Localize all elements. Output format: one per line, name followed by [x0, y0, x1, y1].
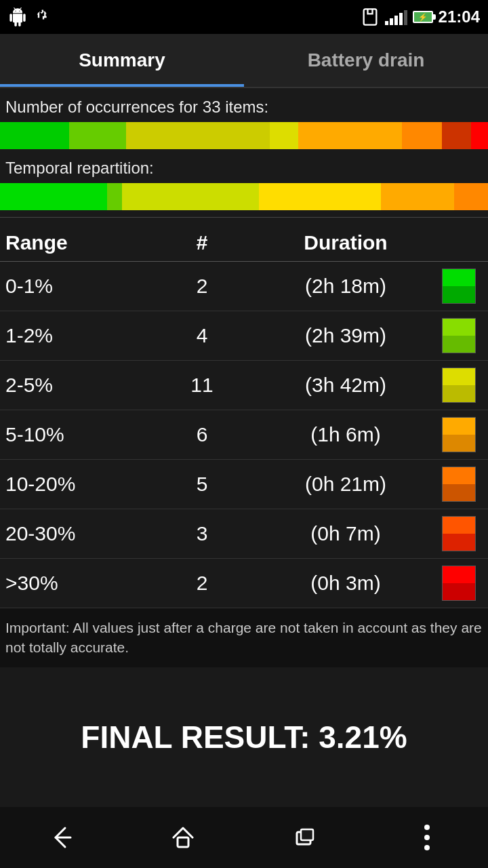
tab-summary[interactable]: Summary [0, 34, 244, 87]
cell-range: >30% [5, 572, 155, 595]
cell-count: 4 [155, 324, 249, 347]
svg-point-6 [424, 845, 430, 850]
cell-count: 3 [155, 522, 249, 545]
cell-swatch [442, 269, 483, 304]
sim-icon [361, 7, 380, 26]
occurrences-color-bar [0, 122, 488, 149]
cell-duration: (3h 42m) [249, 374, 442, 397]
svg-rect-3 [301, 829, 313, 840]
divider [0, 217, 488, 218]
cell-duration: (2h 18m) [249, 275, 442, 298]
status-icons [8, 7, 53, 26]
table-header: Range # Duration [0, 224, 488, 262]
svg-rect-0 [363, 9, 376, 24]
final-result: FINAL RESULT: 3.21% [0, 667, 488, 807]
cell-swatch [442, 318, 483, 353]
temporal-color-bar [0, 183, 488, 210]
cell-count: 2 [155, 275, 249, 298]
cell-range: 20-30% [5, 522, 155, 545]
back-button[interactable] [41, 817, 81, 858]
table-row: 1-2% 4 (2h 39m) [0, 311, 488, 361]
table-row: 2-5% 11 (3h 42m) [0, 361, 488, 410]
tab-battery-drain[interactable]: Battery drain [244, 34, 488, 87]
menu-button[interactable] [407, 817, 447, 858]
svg-rect-1 [178, 837, 188, 847]
tab-bar: Summary Battery drain [0, 34, 488, 88]
table-row: 5-10% 6 (1h 6m) [0, 410, 488, 460]
svg-point-4 [424, 825, 430, 830]
cell-swatch [442, 516, 483, 551]
table-row: 0-1% 2 (2h 18m) [0, 262, 488, 311]
cell-swatch [442, 566, 483, 601]
recents-button[interactable] [285, 817, 325, 858]
cell-range: 2-5% [5, 374, 155, 397]
cell-range: 0-1% [5, 275, 155, 298]
cell-count: 2 [155, 572, 249, 595]
cell-swatch [442, 467, 483, 502]
temporal-label: Temporal repartition: [0, 149, 488, 183]
cell-count: 11 [155, 374, 249, 397]
table-row: 10-20% 5 (0h 21m) [0, 460, 488, 509]
occurrences-label: Number of occurrences for 33 items: [0, 88, 488, 122]
table-row: 20-30% 3 (0h 7m) [0, 509, 488, 559]
clock: 21:04 [439, 7, 480, 26]
header-color-swatch [442, 231, 483, 254]
table-row: >30% 2 (0h 3m) [0, 559, 488, 608]
battery-icon: ⚡ [413, 11, 433, 23]
header-range: Range [5, 231, 155, 254]
cell-swatch [442, 417, 483, 452]
cell-duration: (1h 6m) [249, 423, 442, 446]
cell-range: 1-2% [5, 324, 155, 347]
cell-duration: (0h 3m) [249, 572, 442, 595]
status-bar: ⚡ 21:04 [0, 0, 488, 34]
home-button[interactable] [163, 817, 203, 858]
usb-icon [34, 7, 53, 26]
cell-count: 6 [155, 423, 249, 446]
cell-duration: (0h 21m) [249, 473, 442, 496]
signal-icon [385, 9, 407, 25]
svg-point-5 [424, 835, 430, 840]
cell-swatch [442, 368, 483, 403]
nav-bar [0, 807, 488, 868]
cell-duration: (0h 7m) [249, 522, 442, 545]
cell-duration: (2h 39m) [249, 324, 442, 347]
cell-range: 10-20% [5, 473, 155, 496]
main-content: Number of occurrences for 33 items: Temp… [0, 88, 488, 807]
notice-text: Important: All values just after a charg… [0, 608, 488, 667]
status-right: ⚡ 21:04 [361, 7, 480, 26]
table-rows: 0-1% 2 (2h 18m) 1-2% 4 (2h 39m) 2-5% 11 [0, 262, 488, 608]
header-count: # [155, 231, 249, 254]
cell-range: 5-10% [5, 423, 155, 446]
android-icon [8, 7, 27, 26]
header-duration: Duration [249, 231, 442, 254]
cell-count: 5 [155, 473, 249, 496]
